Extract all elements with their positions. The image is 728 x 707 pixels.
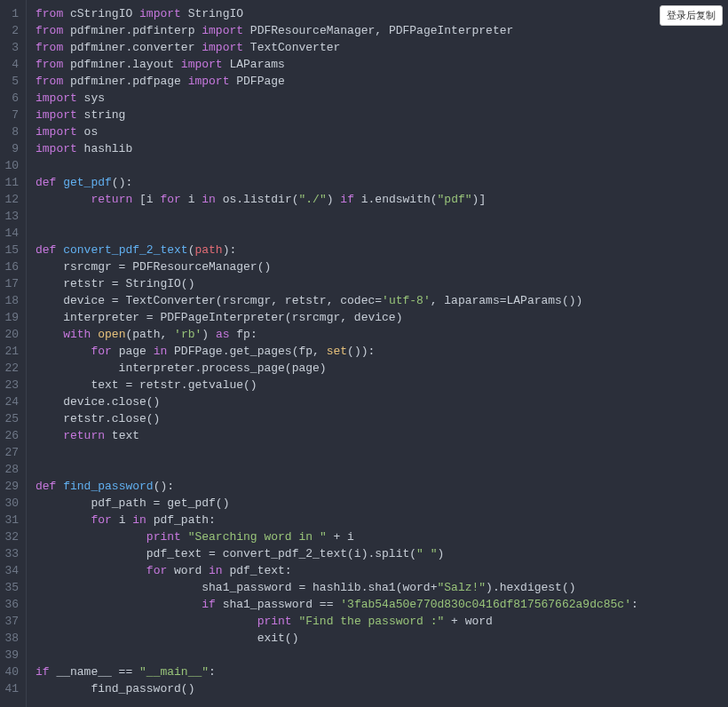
code-line: device = TextConverter(rsrcmgr, retstr, …: [36, 292, 638, 309]
code-line: import os: [36, 123, 638, 140]
code-line: interpreter = PDFPageInterpreter(rsrcmgr…: [36, 309, 638, 326]
code-editor: 1234567891011121314151617181920212223242…: [0, 0, 728, 707]
line-number: 1: [0, 5, 19, 22]
code-line: from pdfminer.layout import LAParams: [36, 56, 638, 73]
code-line: return text: [36, 427, 638, 444]
code-line: import string: [36, 107, 638, 123]
copy-button[interactable]: 登录后复制: [660, 5, 723, 26]
line-number: 14: [0, 225, 19, 242]
code-line: for i in pdf_path:: [36, 512, 638, 528]
line-number: 36: [0, 596, 19, 613]
line-number: 16: [0, 258, 19, 275]
line-number: 15: [0, 242, 19, 258]
code-line: find_password(): [36, 680, 638, 697]
line-number: 5: [0, 73, 19, 90]
line-number: 20: [0, 326, 19, 343]
line-number: 27: [0, 444, 19, 461]
line-number: 13: [0, 208, 19, 225]
code-line: pdf_path = get_pdf(): [36, 495, 638, 512]
code-line: pdf_text = convert_pdf_2_text(i).split("…: [36, 545, 638, 562]
line-number: 38: [0, 630, 19, 647]
line-number: 40: [0, 663, 19, 680]
line-number: 9: [0, 140, 19, 157]
code-line: from pdfminer.pdfpage import PDFPage: [36, 73, 638, 90]
code-line: [36, 647, 638, 663]
code-line: from pdfminer.converter import TextConve…: [36, 39, 638, 56]
code-line: interpreter.process_page(page): [36, 360, 638, 377]
line-number: 35: [0, 579, 19, 596]
code-line: [36, 444, 638, 461]
code-line: def get_pdf():: [36, 174, 638, 191]
code-line: with open(path, 'rb') as fp:: [36, 326, 638, 343]
code-line: import hashlib: [36, 140, 638, 157]
code-line: import sys: [36, 90, 638, 107]
line-number: 7: [0, 107, 19, 123]
line-number: 32: [0, 528, 19, 545]
line-number: 11: [0, 174, 19, 191]
line-number: 21: [0, 343, 19, 360]
line-number: 24: [0, 393, 19, 410]
code-line: from pdfminer.pdfinterp import PDFResour…: [36, 22, 638, 39]
code-line: rsrcmgr = PDFResourceManager(): [36, 258, 638, 275]
code-line: retstr.close(): [36, 410, 638, 427]
line-number: 26: [0, 427, 19, 444]
code-line: print "Searching word in " + i: [36, 528, 638, 545]
line-number: 34: [0, 562, 19, 579]
code-line: sha1_password = hashlib.sha1(word+"Salz!…: [36, 579, 638, 596]
line-number: 30: [0, 495, 19, 512]
code-line: [36, 208, 638, 225]
line-number: 4: [0, 56, 19, 73]
line-number: 25: [0, 410, 19, 427]
code-line: for page in PDFPage.get_pages(fp, set())…: [36, 343, 638, 360]
line-number: 12: [0, 191, 19, 208]
code-line: def find_password():: [36, 478, 638, 495]
code-line: exit(): [36, 630, 638, 647]
line-number: 23: [0, 377, 19, 393]
line-number: 19: [0, 309, 19, 326]
code-line: from cStringIO import StringIO: [36, 5, 638, 22]
code-line: [36, 461, 638, 478]
code-area[interactable]: from cStringIO import StringIOfrom pdfmi…: [27, 0, 638, 707]
line-number: 17: [0, 275, 19, 292]
line-number-gutter: 1234567891011121314151617181920212223242…: [0, 0, 27, 707]
code-line: print "Find the password :" + word: [36, 613, 638, 630]
line-number: 39: [0, 647, 19, 663]
line-number: 2: [0, 22, 19, 39]
line-number: 28: [0, 461, 19, 478]
line-number: 29: [0, 478, 19, 495]
code-line: text = retstr.getvalue(): [36, 377, 638, 393]
line-number: 8: [0, 123, 19, 140]
line-number: 22: [0, 360, 19, 377]
line-number: 18: [0, 292, 19, 309]
code-line: return [i for i in os.listdir("./") if i…: [36, 191, 638, 208]
code-line: retstr = StringIO(): [36, 275, 638, 292]
line-number: 6: [0, 90, 19, 107]
line-number: 10: [0, 157, 19, 174]
line-number: 31: [0, 512, 19, 528]
code-line: if sha1_password == '3fab54a50e770d830c0…: [36, 596, 638, 613]
line-number: 3: [0, 39, 19, 56]
code-line: for word in pdf_text:: [36, 562, 638, 579]
line-number: 33: [0, 545, 19, 562]
line-number: 41: [0, 680, 19, 697]
code-line: [36, 157, 638, 174]
code-line: def convert_pdf_2_text(path):: [36, 242, 638, 258]
code-line: if __name__ == "__main__":: [36, 663, 638, 680]
code-line: [36, 225, 638, 242]
code-line: device.close(): [36, 393, 638, 410]
line-number: 37: [0, 613, 19, 630]
